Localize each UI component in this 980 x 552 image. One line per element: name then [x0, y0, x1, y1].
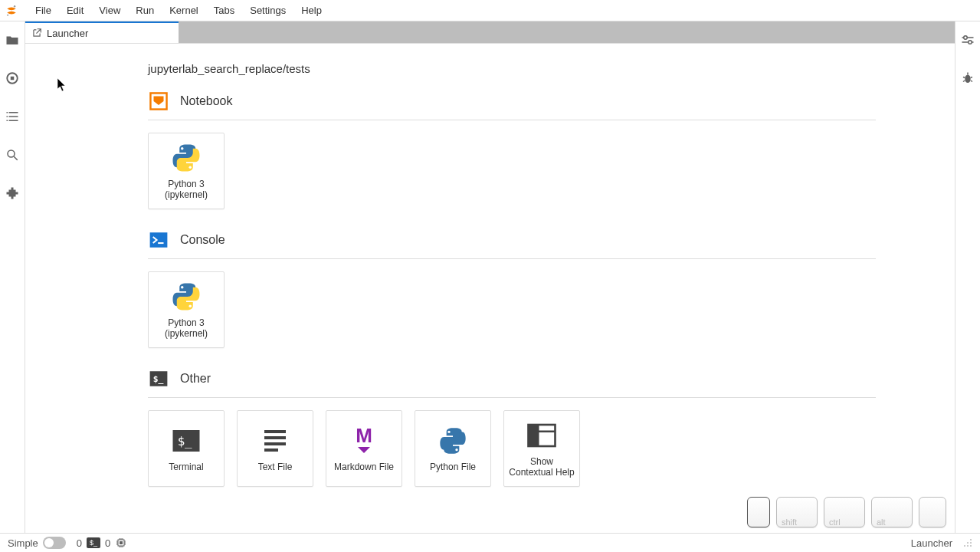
count: 0: [105, 537, 110, 549]
svg-point-34: [969, 41, 972, 44]
svg-line-37: [963, 77, 965, 78]
toc-icon[interactable]: [5, 109, 20, 124]
count: 0: [77, 537, 82, 549]
key-blank: [919, 497, 946, 527]
card-contextual-help[interactable]: Show Contextual Help: [503, 410, 580, 487]
card-label: Python 3 (ipykernel): [153, 179, 219, 201]
menu-file[interactable]: File: [28, 2, 59, 19]
card-markdown-file[interactable]: M Markdown File: [326, 410, 402, 487]
svg-point-29: [455, 449, 457, 451]
notebook-section-icon: [148, 90, 169, 112]
debugger-icon[interactable]: [960, 71, 975, 86]
svg-rect-23: [264, 430, 286, 433]
tabbar: Launcher: [25, 21, 955, 43]
menu-help[interactable]: Help: [293, 2, 329, 19]
toggle-switch[interactable]: [43, 537, 66, 549]
svg-rect-7: [9, 116, 18, 117]
section-title: Console: [180, 233, 225, 247]
svg-line-40: [971, 80, 972, 82]
svg-text:M: M: [356, 426, 372, 447]
kernel-status-icon: [115, 537, 127, 549]
menu-view[interactable]: View: [91, 2, 128, 19]
key-shift: shift: [776, 497, 818, 527]
card-python-file[interactable]: Python File: [415, 410, 491, 487]
status-right-label: Launcher: [911, 537, 952, 549]
menu-kernel[interactable]: Kernel: [162, 2, 206, 19]
terminal-section-icon: $_: [148, 368, 169, 389]
markdown-icon: M: [348, 425, 380, 457]
svg-rect-3: [11, 77, 15, 80]
svg-line-39: [963, 80, 965, 82]
section-console: Console Python 3 (ipykernel): [148, 229, 876, 348]
card-text-file[interactable]: Text File: [237, 410, 313, 487]
jupyter-logo-icon: [5, 4, 18, 18]
key-ctrl: ctrl: [824, 497, 865, 527]
card-label: Markdown File: [334, 462, 394, 472]
svg-text:$_: $_: [153, 373, 164, 384]
svg-point-13: [181, 147, 184, 150]
svg-point-33: [964, 36, 968, 40]
right-activity-bar: [955, 21, 980, 533]
svg-rect-24: [264, 436, 286, 439]
svg-rect-8: [7, 120, 8, 122]
svg-line-11: [14, 156, 18, 160]
left-activity-bar: [0, 21, 25, 533]
menubar: File Edit View Run Kernel Tabs Settings …: [0, 0, 980, 21]
tab-launcher[interactable]: Launcher: [25, 21, 179, 43]
simple-label: Simple: [8, 537, 38, 549]
tab-label: Launcher: [47, 28, 88, 39]
terminal-status-icon: $_: [87, 537, 100, 548]
menu-tabs[interactable]: Tabs: [206, 2, 242, 19]
svg-point-57: [970, 542, 972, 544]
external-link-icon: [31, 28, 42, 38]
launcher-body: jupyterlab_search_replace/tests Notebook…: [25, 43, 955, 533]
python-icon: [170, 281, 202, 313]
card-label: Text File: [258, 462, 293, 472]
svg-rect-25: [264, 442, 286, 445]
property-inspector-icon[interactable]: [960, 32, 975, 48]
svg-point-59: [967, 545, 969, 547]
svg-point-55: [970, 539, 972, 540]
console-section-icon: [148, 229, 169, 251]
simple-mode-toggle[interactable]: Simple: [8, 537, 66, 549]
card-terminal[interactable]: $_ Terminal: [148, 410, 225, 487]
svg-rect-42: [120, 541, 123, 544]
svg-point-58: [964, 545, 965, 547]
key-alt: alt: [871, 497, 913, 527]
svg-point-0: [14, 5, 15, 7]
svg-point-56: [967, 542, 969, 544]
svg-point-35: [965, 75, 971, 84]
menu-settings[interactable]: Settings: [242, 2, 293, 19]
section-title: Other: [180, 372, 211, 386]
modifier-keys-overlay: shift ctrl alt: [747, 497, 946, 527]
svg-point-10: [8, 150, 15, 157]
menu-edit[interactable]: Edit: [59, 2, 91, 19]
svg-rect-5: [9, 112, 18, 113]
card-notebook-python3[interactable]: Python 3 (ipykernel): [148, 133, 225, 209]
extensions-icon[interactable]: [5, 186, 20, 201]
card-console-python3[interactable]: Python 3 (ipykernel): [148, 271, 225, 348]
svg-point-60: [970, 545, 972, 547]
search-icon[interactable]: [5, 147, 20, 163]
card-label: Python 3 (ipykernel): [153, 317, 219, 340]
svg-rect-15: [150, 232, 168, 248]
menu-run[interactable]: Run: [128, 2, 162, 19]
svg-line-38: [971, 77, 972, 78]
svg-point-18: [189, 304, 192, 307]
card-label: Terminal: [169, 462, 203, 472]
statusbar: Simple 0 $_ 0 Launcher: [0, 534, 980, 552]
svg-point-1: [7, 14, 8, 15]
section-notebook: Notebook Python 3 (ipykernel): [148, 90, 876, 209]
section-title: Notebook: [180, 94, 233, 108]
svg-rect-6: [7, 116, 8, 117]
file-browser-icon[interactable]: [5, 32, 20, 48]
svg-point-28: [447, 430, 450, 432]
contextual-help-icon: [526, 419, 558, 452]
svg-rect-26: [264, 449, 278, 452]
svg-point-17: [181, 286, 184, 289]
terminal-icon: $_: [170, 425, 202, 457]
python-icon: [170, 142, 202, 174]
running-terminals-icon[interactable]: [5, 71, 20, 86]
svg-point-14: [189, 166, 192, 169]
running-kernels-count[interactable]: 0 $_ 0: [77, 537, 127, 549]
